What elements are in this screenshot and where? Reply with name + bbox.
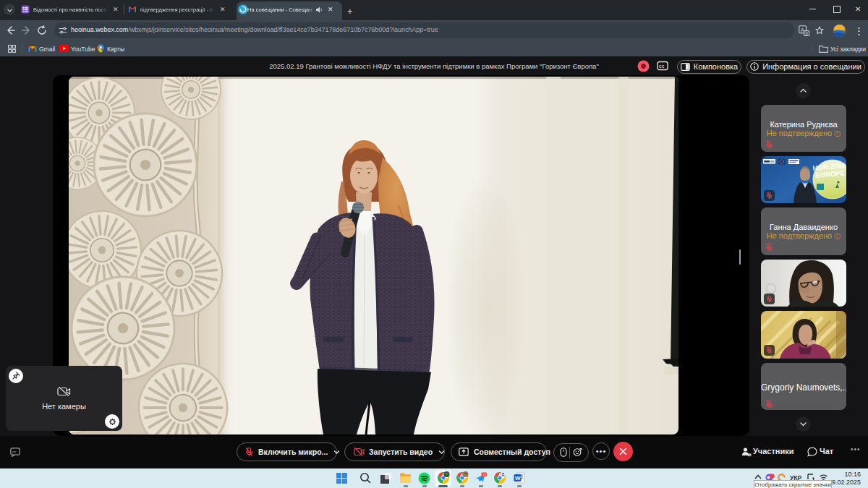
svg-text:W: W [515,475,521,481]
svg-text:cc: cc [12,450,17,454]
svg-text:cc: cc [659,63,665,69]
svg-text:13: 13 [482,473,486,476]
